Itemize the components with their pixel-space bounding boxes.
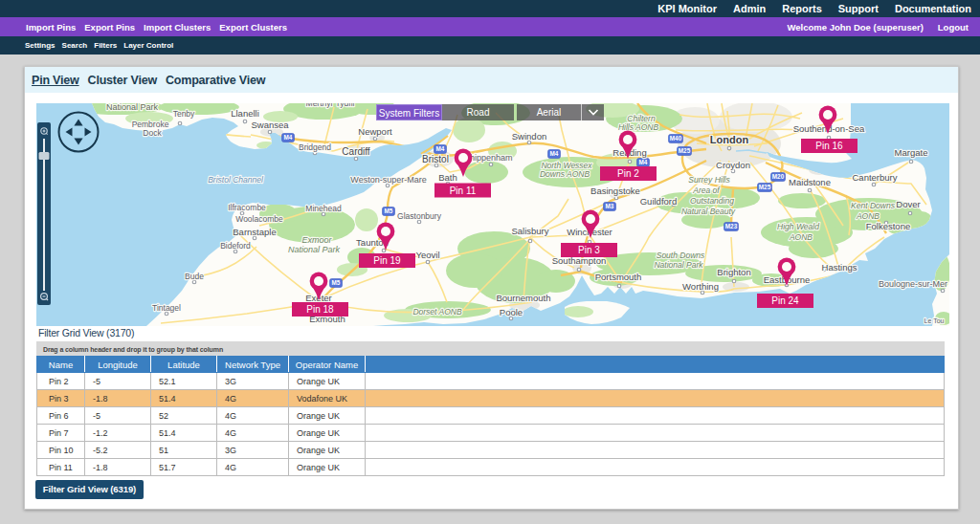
svg-text:M5: M5	[332, 279, 341, 286]
svg-text:Newport: Newport	[358, 126, 392, 137]
svg-text:Llanelli: Llanelli	[231, 108, 259, 119]
svg-text:Kent Downs: Kent Downs	[851, 201, 896, 210]
svg-text:Tenby: Tenby	[173, 109, 195, 119]
svg-text:Ilfracombe: Ilfracombe	[228, 203, 266, 212]
svg-text:Minehead: Minehead	[305, 204, 342, 213]
svg-text:Pin 11: Pin 11	[450, 186, 477, 196]
svg-text:London: London	[710, 134, 749, 145]
svg-text:Guildford: Guildford	[640, 196, 678, 207]
svg-text:Poole: Poole	[500, 307, 523, 317]
svg-text:Folkestone: Folkestone	[866, 221, 910, 231]
svg-text:Swansea: Swansea	[251, 120, 289, 130]
svg-text:M40: M40	[670, 135, 682, 142]
svg-text:National Park: National Park	[288, 245, 341, 254]
svg-text:AONB: AONB	[856, 211, 880, 221]
svg-text:Hills AONB: Hills AONB	[618, 122, 659, 132]
svg-text:Downs AONB: Downs AONB	[540, 169, 590, 179]
svg-text:Bournemouth: Bournemouth	[496, 293, 550, 303]
svg-text:Tintagel: Tintagel	[152, 303, 181, 313]
svg-text:Glastonbury: Glastonbury	[397, 211, 442, 221]
svg-text:Bath: Bath	[438, 172, 457, 183]
svg-text:Worthing: Worthing	[682, 281, 719, 292]
svg-text:South Downs: South Downs	[657, 251, 705, 260]
svg-text:M4: M4	[639, 159, 648, 165]
svg-text:Cardiff: Cardiff	[342, 146, 369, 157]
svg-text:Dorset AONB: Dorset AONB	[412, 307, 462, 317]
svg-text:Bideford: Bideford	[220, 241, 251, 251]
svg-text:Dover: Dover	[896, 199, 920, 209]
svg-text:Woolacombe: Woolacombe	[235, 214, 283, 224]
svg-text:M4: M4	[284, 134, 293, 141]
svg-text:Pin 16: Pin 16	[815, 141, 843, 151]
svg-text:Hastings: Hastings	[822, 262, 858, 273]
svg-text:Exmoor: Exmoor	[301, 235, 332, 245]
svg-text:Weston-super-Mare: Weston-super-Mare	[350, 175, 426, 185]
svg-text:Le Tou: Le Tou	[924, 317, 945, 324]
svg-text:Croydon: Croydon	[716, 160, 750, 170]
svg-text:Salisbury: Salisbury	[511, 226, 548, 236]
svg-text:National Park: National Park	[106, 103, 159, 112]
svg-text:Pin 19: Pin 19	[373, 255, 401, 266]
svg-text:Margate: Margate	[895, 147, 928, 158]
svg-text:M23: M23	[725, 223, 738, 229]
svg-text:Swindon: Swindon	[512, 131, 546, 142]
svg-text:Barnstaple: Barnstaple	[233, 227, 276, 237]
svg-text:Natural Beauty: Natural Beauty	[681, 207, 736, 216]
svg-text:Bristol: Bristol	[422, 154, 449, 164]
svg-text:Basingstoke: Basingstoke	[590, 186, 640, 196]
svg-text:Canterbury: Canterbury	[853, 172, 898, 183]
svg-text:Outstanding: Outstanding	[690, 196, 734, 206]
svg-text:Pin 2: Pin 2	[617, 168, 639, 179]
svg-text:Yeovil: Yeovil	[415, 250, 439, 260]
svg-text:M4: M4	[436, 145, 445, 152]
svg-text:AONB: AONB	[789, 232, 813, 242]
svg-text:M25: M25	[679, 147, 691, 154]
svg-text:Bude: Bude	[185, 272, 204, 281]
svg-text:Pin 3: Pin 3	[578, 245, 600, 255]
svg-text:Bristol Channel: Bristol Channel	[208, 175, 264, 185]
svg-text:Area of: Area of	[692, 186, 721, 195]
svg-text:Maidstone: Maidstone	[789, 177, 831, 187]
svg-text:M3: M3	[606, 203, 614, 209]
svg-text:Dock: Dock	[143, 128, 162, 138]
svg-text:M5: M5	[385, 207, 393, 214]
svg-text:Portsmouth: Portsmouth	[595, 272, 642, 282]
svg-text:M25: M25	[759, 184, 771, 190]
svg-text:Boulogne-sur-Mer: Boulogne-sur-Mer	[879, 279, 947, 289]
svg-text:Pin 24: Pin 24	[771, 295, 799, 306]
svg-text:High Weald: High Weald	[777, 222, 819, 231]
svg-text:Merthyr Tydfil: Merthyr Tydfil	[306, 103, 355, 108]
svg-text:Brighton: Brighton	[717, 267, 750, 277]
svg-text:Bridgend: Bridgend	[299, 142, 331, 152]
svg-text:M20: M20	[772, 173, 785, 180]
svg-text:Pin 18: Pin 18	[306, 304, 334, 315]
svg-text:National Park: National Park	[654, 260, 703, 270]
svg-text:M4: M4	[550, 150, 559, 157]
svg-text:Surrey Hills: Surrey Hills	[688, 175, 730, 185]
